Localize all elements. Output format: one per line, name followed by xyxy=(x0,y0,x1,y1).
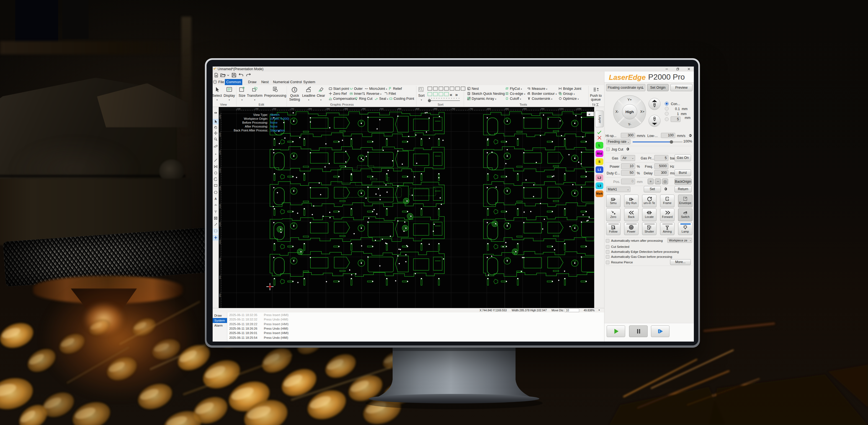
svg-text:700: 700 xyxy=(452,108,455,110)
svg-text:X+: X+ xyxy=(640,110,645,114)
svg-text:Layer: Layer xyxy=(598,115,602,123)
svg-text:1050: 1050 xyxy=(577,108,582,110)
svg-text:300: 300 xyxy=(308,108,312,110)
svg-text:1250: 1250 xyxy=(219,150,221,155)
svg-text:1300: 1300 xyxy=(219,133,221,137)
svg-text:550: 550 xyxy=(398,108,401,110)
svg-text:SIM: SIM xyxy=(612,199,615,200)
svg-text:350: 350 xyxy=(327,108,330,110)
svg-text:600: 600 xyxy=(416,108,420,110)
svg-text:1200: 1200 xyxy=(219,168,221,173)
svg-text:650: 650 xyxy=(434,108,437,110)
svg-text:High: High xyxy=(625,110,634,114)
svg-text:850: 850 xyxy=(505,108,509,110)
svg-text:1000: 1000 xyxy=(559,108,564,110)
svg-text:150: 150 xyxy=(255,108,258,110)
svg-text:1150: 1150 xyxy=(219,186,221,191)
svg-text:»: » xyxy=(455,92,458,97)
svg-text:DR: DR xyxy=(630,198,633,200)
svg-text:1100: 1100 xyxy=(219,204,221,208)
svg-text:«: « xyxy=(588,112,590,116)
svg-text:X-: X- xyxy=(616,110,619,114)
svg-text:Y+: Y+ xyxy=(627,98,632,102)
svg-text:850: 850 xyxy=(219,293,221,297)
svg-text:900: 900 xyxy=(219,276,221,279)
svg-text:?: ? xyxy=(214,81,216,83)
svg-text:«: « xyxy=(450,92,452,97)
svg-text:950: 950 xyxy=(219,258,221,261)
svg-text:750: 750 xyxy=(470,108,473,110)
svg-text:450: 450 xyxy=(362,108,366,110)
svg-text:A: A xyxy=(215,197,217,200)
svg-text:W: W xyxy=(630,227,632,228)
svg-text:950: 950 xyxy=(541,108,545,110)
svg-text:500: 500 xyxy=(380,108,384,110)
svg-text:800: 800 xyxy=(487,108,491,110)
svg-text:1000: 1000 xyxy=(219,240,221,245)
svg-text:$: $ xyxy=(612,227,613,228)
svg-text:100: 100 xyxy=(237,108,241,110)
svg-text:250: 250 xyxy=(291,108,294,110)
svg-text:400: 400 xyxy=(344,108,348,110)
svg-text:Y-: Y- xyxy=(628,122,631,126)
svg-text:1050: 1050 xyxy=(219,222,221,227)
svg-text:900: 900 xyxy=(523,108,527,110)
svg-text:200: 200 xyxy=(273,108,276,110)
